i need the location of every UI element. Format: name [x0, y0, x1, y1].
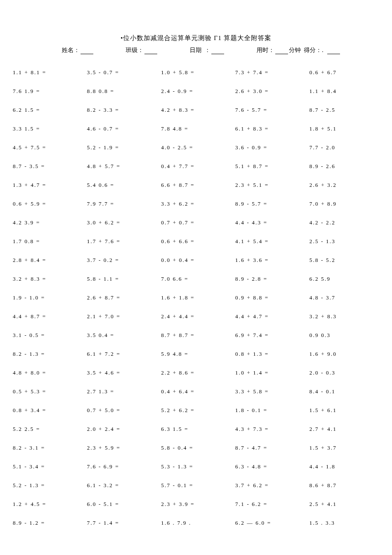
problem-cell: 0.8 + 3.4 = [13, 407, 83, 414]
problem-cell: 3.2 + 8.3 [309, 313, 379, 320]
problem-cell: 0.9 0.3 [309, 332, 379, 339]
time-score-field: 用时：分钟 得分：. [257, 46, 341, 54]
problem-cell: 7.6 - 5.7 = [235, 107, 305, 113]
problem-cell: 1.5 . 3.3 [309, 520, 379, 526]
problem-cell: 7.6 - 6.9 = [87, 463, 157, 470]
problem-cell: 1.2 + 4.5 = [13, 501, 83, 508]
problem-cell: 4.8 + 8.0 = [13, 369, 83, 376]
problem-cell: 5.2 2.5 = [13, 426, 83, 433]
problem-cell: 2.6 + 3.2 [309, 182, 379, 189]
class-field: 班级： [126, 46, 158, 54]
score-blank[interactable] [327, 48, 340, 54]
problem-cell: 4.8 + 5.7 = [87, 163, 157, 170]
problem-cell: 4.8 - 3.7 [309, 294, 379, 301]
problem-cell: 5.8 - 1.1 = [87, 276, 157, 282]
problem-cell: 5.8 - 5.2 [309, 257, 379, 264]
header-line: 姓名： 班级： 日期 ： 用时：分钟 得分：. [13, 46, 379, 54]
problem-cell: 5.1 - 3.4 = [13, 463, 83, 470]
problem-cell: 8.2 - 3.1 = [13, 445, 83, 451]
problem-cell: 8.9 - 2.6 [309, 163, 379, 170]
problem-cell: 3.3 1.5 = [13, 125, 83, 132]
problem-cell: 8.6 + 8.7 [309, 482, 379, 489]
problem-cell: 6.9 + 7.4 = [235, 332, 305, 339]
problem-cell: 1.6 + 1.8 = [161, 294, 231, 301]
problem-cell: 3.3 + 6.2 = [161, 200, 231, 207]
problem-cell: 8.9 - 2.8 = [235, 276, 305, 282]
problem-cell: 8.2 - 1.3 = [13, 351, 83, 357]
problem-cell: 1.1 + 8.1 = [13, 69, 83, 76]
problem-cell: 2.0 - 0.3 [309, 369, 379, 376]
problem-cell: 5.2 - 1.3 = [13, 482, 83, 489]
problem-cell: 6.2 5.9 [309, 276, 379, 282]
problem-cell: 4.2 + 8.3 = [161, 107, 231, 113]
problem-cell: 0.5 + 5.3 = [13, 388, 83, 395]
problem-cell: 1.5 + 3.7 [309, 445, 379, 451]
time-blank[interactable] [275, 48, 288, 54]
problem-cell: 2.5 - 1.3 [309, 238, 379, 245]
problem-cell: 7.0 6.6 = [161, 276, 231, 282]
problem-cell: 2.3 + 3.9 = [161, 501, 231, 508]
date-blank[interactable] [211, 48, 224, 54]
problem-cell: 3.5 0.4 = [87, 332, 157, 339]
problem-cell: 0.9 + 8.8 = [235, 294, 305, 301]
problem-cell: 2.4 - 0.9 = [161, 88, 231, 95]
problem-cell: 3.7 - 0.2 = [87, 257, 157, 264]
problem-cell: 4.4 + 4.7 = [235, 313, 305, 320]
problem-cell: 3.2 + 8.3 = [13, 276, 83, 282]
problem-cell: 2.7 1.3 = [87, 388, 157, 395]
problem-cell: 8.9 - 5.7 = [235, 200, 305, 207]
problem-cell: 8.2 - 3.3 = [87, 107, 157, 113]
problem-cell: 2.3 + 5.1 = [235, 182, 305, 189]
problem-cell: 5.8 - 0.4 = [161, 445, 231, 451]
problem-cell: 3.5 - 0.7 = [87, 69, 157, 76]
problem-cell: 8.8 0.8 = [87, 88, 157, 95]
problem-cell: 1.0 + 5.8 = [161, 69, 231, 76]
problem-cell: 2.7 + 4.1 [309, 426, 379, 433]
problem-cell: 1.7 + 7.6 = [87, 238, 157, 245]
problem-cell: 5.9 4.8 = [161, 351, 231, 357]
problem-cell: 4.0 - 2.5 = [161, 144, 231, 151]
problems-grid: 1.1 + 8.1 =3.5 - 0.7 =1.0 + 5.8 =7.3 + 7… [13, 69, 379, 526]
problem-cell: 1.6 . 7.9 . [161, 520, 231, 526]
problem-cell: 1.0 + 1.4 = [235, 369, 305, 376]
problem-cell: 5.4 0.6 = [87, 182, 157, 189]
problem-cell: 1.6 + 3.6 = [235, 257, 305, 264]
problem-cell: 1.3 + 4.7 = [13, 182, 83, 189]
problem-cell: 6.3 1.5 = [161, 426, 231, 433]
problem-cell: 6.1 + 7.2 = [87, 351, 157, 357]
problem-cell: 7.0 + 8.9 [309, 200, 379, 207]
problem-cell: 1.5 + 6.1 [309, 407, 379, 414]
problem-cell: 3.3 + 5.8 = [235, 388, 305, 395]
problem-cell: 6.1 + 8.3 = [235, 125, 305, 132]
problem-cell: 3.1 - 0.5 = [13, 332, 83, 339]
problem-cell: 8.7 + 8.7 = [161, 332, 231, 339]
problem-cell: 1.8 - 0.1 = [235, 407, 305, 414]
problem-cell: 2.5 + 4.1 [309, 501, 379, 508]
problem-cell: 4.2 3.9 = [13, 219, 83, 226]
time-unit: 分钟 [289, 47, 301, 53]
name-blank[interactable] [81, 48, 93, 54]
problem-cell: 4.2 - 2.2 [309, 219, 379, 226]
date-field: 日期 ： [190, 46, 225, 54]
problem-cell: 2.6 + 3.0 = [235, 88, 305, 95]
name-label: 姓名： [62, 47, 80, 53]
problem-cell: 4.1 + 5.4 = [235, 238, 305, 245]
problem-cell: 2.8 + 8.4 = [13, 257, 83, 264]
problem-cell: 6.1 - 3.2 = [87, 482, 157, 489]
problem-cell: 0.6 + 5.9 = [13, 200, 83, 207]
score-label: 得分： [304, 47, 322, 53]
problem-cell: 4.4 - 4.3 = [235, 219, 305, 226]
class-blank[interactable] [144, 48, 157, 54]
problem-cell: 0.0 + 0.4 = [161, 257, 231, 264]
problem-cell: 0.4 + 7.7 = [161, 163, 231, 170]
problem-cell: 8.7 - 3.5 = [13, 163, 83, 170]
problem-cell: 2.3 + 5.9 = [87, 445, 157, 451]
problem-cell: 1.7 0.8 = [13, 238, 83, 245]
problem-cell: 2.6 + 8.7 = [87, 294, 157, 301]
problem-cell: 4.6 - 0.7 = [87, 125, 157, 132]
problem-cell: 0.6 + 6.7 [309, 69, 379, 76]
problem-cell: 7.7 - 2.0 [309, 144, 379, 151]
problem-cell: 6.3 - 4.8 = [235, 463, 305, 470]
problem-cell: 5.7 - 0.1 = [161, 482, 231, 489]
time-label: 用时： [257, 47, 274, 53]
